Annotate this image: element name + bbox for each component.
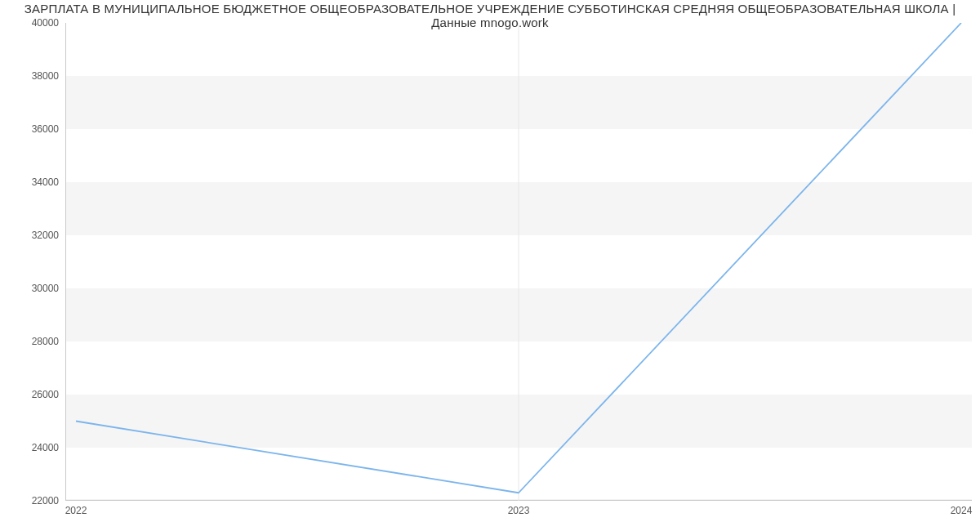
y-tick-label: 38000 <box>10 70 59 82</box>
y-tick-label: 34000 <box>10 176 59 188</box>
x-tick-label: 2024 <box>951 505 973 516</box>
y-tick-label: 32000 <box>10 230 59 241</box>
y-tick-label: 30000 <box>10 283 59 294</box>
chart-svg <box>65 23 972 501</box>
x-tick-label: 2022 <box>65 505 87 516</box>
y-tick-label: 22000 <box>10 495 59 506</box>
plot-area <box>65 23 972 501</box>
y-tick-label: 40000 <box>10 17 59 29</box>
y-tick-label: 28000 <box>10 336 59 347</box>
line-chart: ЗАРПЛАТА В МУНИЦИПАЛЬНОЕ БЮДЖЕТНОЕ ОБЩЕО… <box>0 0 980 531</box>
y-tick-label: 36000 <box>10 123 59 135</box>
y-tick-label: 26000 <box>10 389 59 400</box>
y-tick-label: 24000 <box>10 442 59 453</box>
x-tick-label: 2023 <box>508 505 530 516</box>
